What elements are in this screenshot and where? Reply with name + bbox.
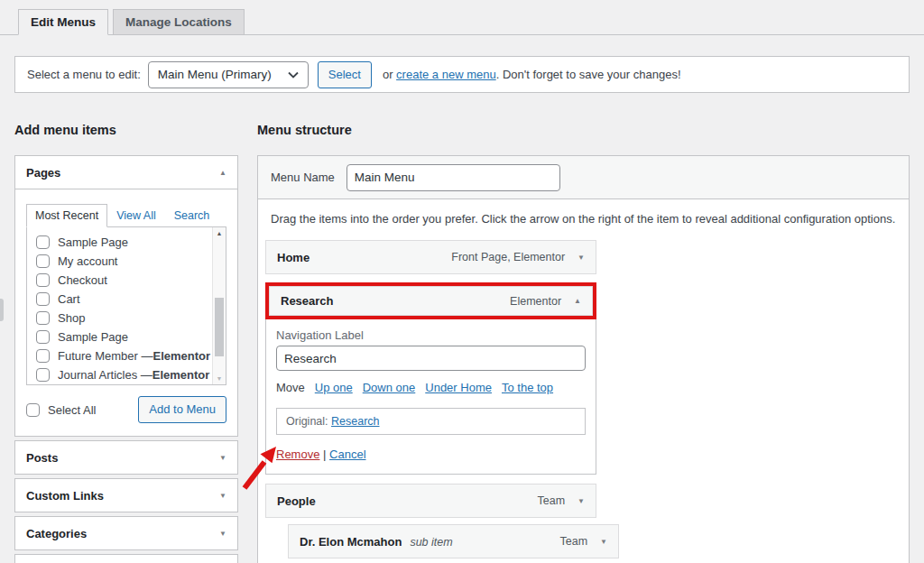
select-all-checkbox[interactable] bbox=[26, 403, 40, 417]
list-actions: Select All Add to Menu bbox=[26, 396, 226, 423]
menu-item-dr-elon-mcmahon[interactable]: Dr. Elon Mcmahon sub item Team▼ bbox=[288, 524, 619, 558]
page-checkbox-row[interactable]: Checkout bbox=[36, 271, 208, 290]
woocommerce-endpoints-panel: WooCommerce endpoints ▼ bbox=[14, 554, 238, 563]
menu-structure-column: Menu structure Menu Name Drag the items … bbox=[257, 123, 910, 563]
expand-arrow-icon[interactable]: ▼ bbox=[219, 454, 226, 462]
menu-item-label: People bbox=[277, 494, 316, 508]
custom-links-panel: Custom Links ▼ bbox=[14, 478, 238, 512]
page-label: Shop bbox=[58, 311, 85, 325]
page-suffix: Elementor bbox=[152, 368, 210, 382]
after-link-text: . Don't forget to save your changes! bbox=[496, 68, 681, 81]
move-under-home-link[interactable]: Under Home bbox=[425, 381, 492, 394]
select-menu-label: Select a menu to edit: bbox=[27, 68, 141, 81]
pages-panel-body: Most Recent View All Search Sample Page … bbox=[15, 189, 237, 436]
page-checkbox-row[interactable]: Cart bbox=[36, 290, 208, 309]
wordpress-menus-screen: Edit Menus Manage Locations Select a men… bbox=[0, 0, 924, 563]
navigation-label-label: Navigation Label bbox=[276, 328, 586, 342]
research-item-settings: Navigation Label Move Up one Down one Un… bbox=[265, 319, 596, 475]
chevron-down-icon[interactable]: ▼ bbox=[600, 538, 607, 546]
menu-name-input[interactable] bbox=[346, 164, 560, 191]
checkbox[interactable] bbox=[36, 349, 50, 363]
checkbox[interactable] bbox=[36, 292, 50, 306]
page-checkbox-row[interactable]: My account bbox=[36, 252, 208, 271]
tab-search[interactable]: Search bbox=[165, 204, 219, 227]
categories-panel-title: Categories bbox=[26, 527, 87, 540]
select-bar-text: or create a new menu. Don't forget to sa… bbox=[383, 68, 681, 81]
page-label: Sample Page bbox=[58, 330, 128, 344]
menu-name-label: Menu Name bbox=[271, 171, 335, 184]
checkbox[interactable] bbox=[36, 254, 50, 268]
checkbox[interactable] bbox=[36, 235, 50, 249]
move-row: Move Up one Down one Under Home To the t… bbox=[276, 381, 586, 394]
page-label: Sample Page bbox=[58, 235, 128, 249]
expand-arrow-icon[interactable]: ▼ bbox=[219, 530, 226, 538]
page-label: Journal Articles — bbox=[58, 368, 152, 382]
pages-panel-title: Pages bbox=[26, 166, 60, 180]
move-up-one-link[interactable]: Up one bbox=[315, 381, 353, 394]
original-label: Original: bbox=[286, 415, 328, 428]
posts-panel-title: Posts bbox=[26, 451, 58, 465]
cancel-link[interactable]: Cancel bbox=[329, 448, 365, 461]
scroll-down-icon[interactable]: ▼ bbox=[213, 375, 226, 382]
remove-cancel-row: Remove | Cancel bbox=[276, 448, 586, 461]
menu-item-type: Front Page, Elementor bbox=[451, 251, 565, 263]
expand-arrow-icon[interactable]: ▼ bbox=[219, 492, 226, 500]
page-checkbox-row[interactable]: Journal Articles — Elementor bbox=[36, 365, 208, 384]
page-label: My account bbox=[58, 254, 117, 268]
create-new-menu-link[interactable]: create a new menu bbox=[396, 68, 496, 81]
checkbox[interactable] bbox=[36, 330, 50, 344]
list-scrollbar[interactable]: ▲ ▼ bbox=[212, 227, 226, 384]
page-checkbox-row[interactable]: Future Member — Elementor bbox=[36, 346, 208, 365]
drag-items-description: Drag the items into the order you prefer… bbox=[271, 212, 896, 226]
posts-panel-header[interactable]: Posts ▼ bbox=[15, 441, 237, 474]
menu-dropdown[interactable]: Main Menu (Primary) bbox=[148, 61, 309, 88]
pages-checklist: Sample Page My account Checkout Cart Sho… bbox=[26, 226, 226, 385]
page-checkbox-row[interactable]: Sample Page bbox=[36, 233, 208, 252]
menu-item-research[interactable]: Research Elementor▲ bbox=[269, 286, 593, 316]
tab-manage-locations[interactable]: Manage Locations bbox=[113, 9, 245, 35]
page-suffix: Elementor bbox=[152, 349, 210, 363]
scrollbar-thumb[interactable] bbox=[215, 298, 224, 355]
page-checkbox-row[interactable]: Sample Page bbox=[36, 328, 208, 346]
page-checkbox-row[interactable]: Shop bbox=[36, 309, 208, 328]
page-scrollbar-thumb[interactable] bbox=[0, 299, 4, 321]
move-to-top-link[interactable]: To the top bbox=[502, 381, 553, 394]
remove-link[interactable]: Remove bbox=[276, 448, 319, 461]
pages-tabs: Most Recent View All Search bbox=[26, 204, 226, 227]
menu-item-label: Home bbox=[277, 251, 310, 264]
chevron-down-icon[interactable]: ▼ bbox=[578, 497, 585, 505]
categories-panel-header[interactable]: Categories ▼ bbox=[15, 517, 237, 549]
add-to-menu-button[interactable]: Add to Menu bbox=[138, 396, 226, 423]
chevron-up-icon[interactable]: ▲ bbox=[574, 297, 581, 305]
select-button[interactable]: Select bbox=[318, 61, 372, 88]
pages-panel-header[interactable]: Pages ▲ bbox=[15, 156, 237, 189]
woocommerce-panel-header[interactable]: WooCommerce endpoints ▼ bbox=[15, 555, 237, 563]
select-all-label: Select All bbox=[48, 403, 96, 417]
select-all[interactable]: Select All bbox=[26, 403, 96, 417]
menu-item-type: Team bbox=[538, 494, 566, 507]
checkbox[interactable] bbox=[36, 311, 50, 325]
move-label: Move bbox=[276, 381, 305, 394]
menu-item-home[interactable]: Home Front Page, Elementor▼ bbox=[265, 240, 596, 274]
categories-panel: Categories ▼ bbox=[14, 516, 238, 550]
chevron-down-icon[interactable]: ▼ bbox=[578, 254, 585, 262]
collapse-arrow-icon[interactable]: ▲ bbox=[219, 169, 226, 177]
custom-links-panel-header[interactable]: Custom Links ▼ bbox=[15, 479, 237, 512]
scroll-up-icon[interactable]: ▲ bbox=[213, 230, 226, 236]
or-text: or bbox=[383, 68, 393, 81]
add-menu-items-heading: Add menu items bbox=[14, 123, 238, 143]
custom-links-panel-title: Custom Links bbox=[26, 489, 104, 503]
original-box: Original: Research bbox=[276, 408, 586, 435]
menu-item-people[interactable]: People Team▼ bbox=[265, 484, 596, 518]
checkbox[interactable] bbox=[36, 368, 50, 382]
sub-item-flag: sub item bbox=[410, 536, 452, 549]
page-label: Cart bbox=[58, 292, 80, 306]
checkbox[interactable] bbox=[36, 273, 50, 287]
tab-view-all[interactable]: View All bbox=[107, 204, 165, 227]
original-research-link[interactable]: Research bbox=[331, 415, 380, 428]
dropdown-chevron-icon bbox=[288, 71, 299, 78]
tab-most-recent[interactable]: Most Recent bbox=[26, 204, 107, 227]
move-down-one-link[interactable]: Down one bbox=[363, 381, 416, 394]
navigation-label-input[interactable] bbox=[276, 346, 586, 371]
tab-edit-menus[interactable]: Edit Menus bbox=[18, 9, 108, 35]
